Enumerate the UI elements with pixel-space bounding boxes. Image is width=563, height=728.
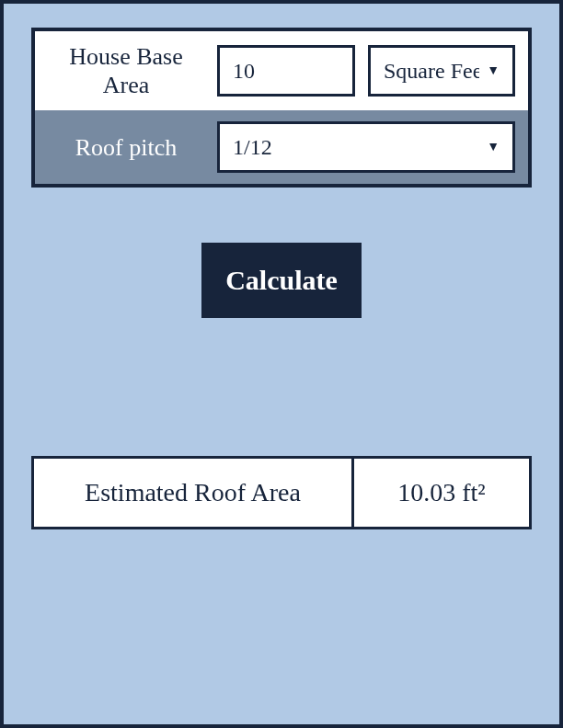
inputs-group: House Base Area Square Feet ▼ Roof pitch… bbox=[31, 28, 532, 188]
result-panel: Estimated Roof Area 10.03 ft² bbox=[31, 456, 532, 529]
result-value: 10.03 ft² bbox=[354, 459, 529, 527]
roof-pitch-value: 1/12 bbox=[233, 135, 272, 160]
roof-pitch-select[interactable]: 1/12 ▼ bbox=[217, 121, 515, 173]
calculator-panel: House Base Area Square Feet ▼ Roof pitch… bbox=[0, 0, 563, 728]
calculate-button[interactable]: Calculate bbox=[201, 243, 362, 318]
unit-select-value: Square Feet bbox=[384, 59, 479, 84]
chevron-down-icon: ▼ bbox=[487, 63, 500, 78]
roof-pitch-row: Roof pitch 1/12 ▼ bbox=[35, 110, 528, 184]
chevron-down-icon: ▼ bbox=[487, 140, 500, 154]
house-base-area-input-wrapper[interactable] bbox=[217, 45, 355, 97]
result-label: Estimated Roof Area bbox=[34, 459, 354, 527]
house-base-area-input[interactable] bbox=[233, 59, 339, 84]
house-base-area-label: House Base Area bbox=[48, 42, 204, 99]
unit-select[interactable]: Square Feet ▼ bbox=[368, 45, 515, 97]
calculate-button-wrap: Calculate bbox=[31, 243, 532, 318]
roof-pitch-label: Roof pitch bbox=[48, 133, 204, 162]
house-base-area-row: House Base Area Square Feet ▼ bbox=[35, 31, 528, 110]
